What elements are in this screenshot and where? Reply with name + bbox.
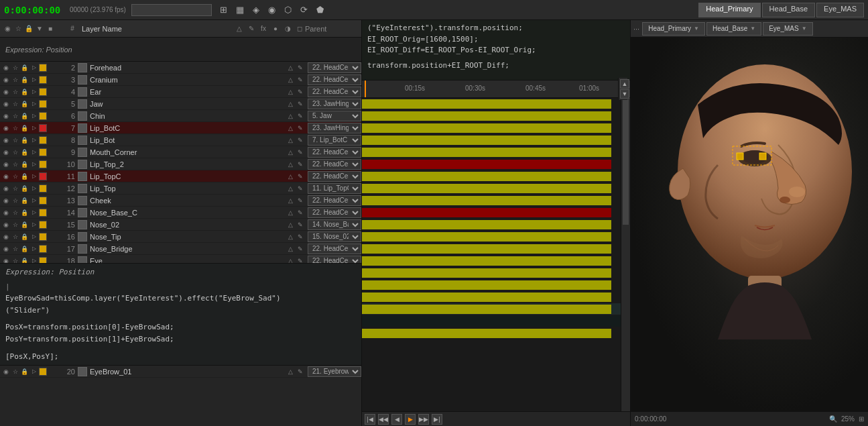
solo-icon-14[interactable]: ☆ [11,208,19,217]
expand-icon-10[interactable]: ▷ [29,160,38,168]
edit-icon-13[interactable]: ✎ [296,196,305,205]
vp-btn-zoom[interactable]: 🔍 [829,415,837,423]
edit-icon-15[interactable]: ✎ [296,220,305,229]
expand-icon-16[interactable]: ▷ [29,232,38,241]
tool-icon-4[interactable]: ◉ [265,3,279,17]
edit-icon-11[interactable]: ✎ [296,172,305,181]
lock-icon-3[interactable]: 🔒 [20,75,29,84]
layer-row-lip-top[interactable]: ◉ ☆ 🔒 ▷ 12 Lip_Top △ ✎ 11. Lip_TopC [0,182,361,195]
edit-icon-3[interactable]: ✎ [296,75,305,85]
tool-icon-2[interactable]: ▦ [233,3,247,17]
solo-icon-2[interactable]: ☆ [11,63,19,72]
layer-row-nose-02[interactable]: ◉ ☆ 🔒 ▷ 15 Nose_02 △ ✎ 14. Nose_Ba [0,219,361,231]
eye-icon-5[interactable]: ◉ [1,99,10,108]
layer-row-eye[interactable]: ◉ ☆ 🔒 ▷ 18 Eye △ ✎ 22. HeadCen [0,255,361,263]
layer-row-lip-top-2[interactable]: ◉ ☆ 🔒 ▷ 10 Lip_Top_2 △ ✎ 22. HeadCen [0,158,361,170]
motion-icon-17[interactable]: △ [286,244,295,254]
lock-icon-12[interactable]: 🔒 [20,184,29,193]
edit-icon-10[interactable]: ✎ [296,160,305,169]
scroll-up-btn[interactable]: ▲ [620,79,629,89]
tool-icon-3[interactable]: ◈ [249,3,263,17]
parent-select-16[interactable]: 15. Nose_02 [308,231,361,242]
edit-icon-5[interactable]: ✎ [296,99,305,109]
parent-select-4[interactable]: 22. HeadCen [308,87,361,97]
eye-icon-16[interactable]: ◉ [1,232,10,241]
layer-row-nose-base-c[interactable]: ◉ ☆ 🔒 ▷ 14 Nose_Base_C △ ✎ 22. HeadCen [0,207,361,219]
nav-btn-start[interactable]: |◀ [365,414,375,425]
motion-icon-8[interactable]: △ [286,136,295,145]
lock-icon-16[interactable]: 🔒 [20,232,29,241]
lock-icon-14[interactable]: 🔒 [20,208,29,217]
nav-btn-next[interactable]: ▶▶ [418,414,429,425]
lock-icon-20[interactable]: 🔒 [20,367,29,376]
eye-icon-18[interactable]: ◉ [1,256,10,263]
lock-icon-9[interactable]: 🔒 [20,148,29,156]
motion-icon-4[interactable]: △ [286,87,295,97]
motion-icon-10[interactable]: △ [286,160,295,169]
tool-icon-1[interactable]: ⊞ [217,3,231,17]
eye-icon-17[interactable]: ◉ [1,244,10,253]
motion-icon-15[interactable]: △ [286,220,295,229]
expand-icon-8[interactable]: ▷ [29,136,38,144]
eye-icon-9[interactable]: ◉ [1,148,10,156]
expand-icon-7[interactable]: ▷ [29,123,38,132]
parent-select-7[interactable]: 23. JawHinge [308,123,361,134]
scroll-down-btn[interactable]: ▼ [620,89,629,99]
eye-icon-10[interactable]: ◉ [1,160,10,168]
parent-select-13[interactable]: 22. HeadCen [308,195,361,206]
tool-icon-6[interactable]: ⟳ [298,3,311,17]
eye-icon-6[interactable]: ◉ [1,111,10,120]
layer-row-cheek[interactable]: ◉ ☆ 🔒 ▷ 13 Cheek △ ✎ 22. HeadCen [0,195,361,207]
motion-icon-3[interactable]: △ [286,75,295,85]
expand-icon-2[interactable]: ▷ [29,63,38,72]
eye-icon-11[interactable]: ◉ [1,172,10,180]
motion-icon-11[interactable]: △ [286,172,295,181]
viewport-3d[interactable] [631,38,868,411]
layer-row-lip-topc[interactable]: ◉ ☆ 🔒 ▷ 11 Lip_TopC △ ✎ 22. HeadCen [0,170,361,182]
motion-icon-6[interactable]: △ [286,111,295,121]
eye-icon-20[interactable]: ◉ [1,367,10,376]
eye-icon-2[interactable]: ◉ [1,63,10,72]
parent-select-11[interactable]: 22. HeadCen [308,171,361,182]
lock-icon-5[interactable]: 🔒 [20,99,29,108]
search-input[interactable] [131,4,212,16]
nav-btn-end[interactable]: ▶| [432,414,442,425]
view-tab-head-base[interactable]: Head_Base ▼ [706,22,761,36]
motion-icon-9[interactable]: △ [286,148,295,157]
view-tab-eye-mask[interactable]: Eye_MAS ▼ [763,22,812,36]
edit-icon-16[interactable]: ✎ [296,232,305,242]
lock-icon-4[interactable]: 🔒 [20,87,29,96]
lock-icon-2[interactable]: 🔒 [20,63,29,72]
expand-icon-17[interactable]: ▷ [29,244,38,253]
parent-select-18[interactable]: 22. HeadCen [308,256,361,264]
vp-timecode[interactable]: 0:00:00:00 [635,415,666,423]
motion-icon-20[interactable]: △ [286,367,295,376]
edit-icon-8[interactable]: ✎ [296,136,305,145]
solo-icon-10[interactable]: ☆ [11,160,19,168]
solo-icon-17[interactable]: ☆ [11,244,19,253]
layer-row-mouth-corner[interactable]: ◉ ☆ 🔒 ▷ 9 Mouth_Corner △ ✎ 22. HeadCen [0,146,361,158]
motion-icon-16[interactable]: △ [286,232,295,242]
expand-icon-18[interactable]: ▷ [29,256,38,263]
parent-select-8[interactable]: 7. Lip_BotC [308,135,361,146]
lock-icon-11[interactable]: 🔒 [20,172,29,180]
motion-icon-14[interactable]: △ [286,208,295,217]
solo-icon-9[interactable]: ☆ [11,148,19,156]
solo-icon-20[interactable]: ☆ [11,367,19,376]
parent-select-15[interactable]: 14. Nose_Ba [308,219,361,230]
solo-icon-3[interactable]: ☆ [11,75,19,84]
edit-icon-6[interactable]: ✎ [296,111,305,121]
tab-head-primary[interactable]: Head_Primary [698,3,760,17]
parent-select-14[interactable]: 22. HeadCen [308,207,361,218]
motion-icon-5[interactable]: △ [286,99,295,109]
parent-select-2[interactable]: 22. HeadCen [308,62,361,73]
lock-icon-7[interactable]: 🔒 [20,123,29,132]
view-tab-head-primary[interactable]: Head_Primary ▼ [642,22,705,36]
motion-icon-13[interactable]: △ [286,196,295,205]
eye-icon-7[interactable]: ◉ [1,123,10,132]
vp-btn-fit[interactable]: ⊞ [859,415,864,423]
expand-icon-9[interactable]: ▷ [29,148,38,156]
solo-icon-8[interactable]: ☆ [11,136,19,144]
eye-icon-8[interactable]: ◉ [1,136,10,144]
layer-row-chin[interactable]: ◉ ☆ 🔒 ▷ 6 Chin △ ✎ 5. Jaw [0,110,361,122]
